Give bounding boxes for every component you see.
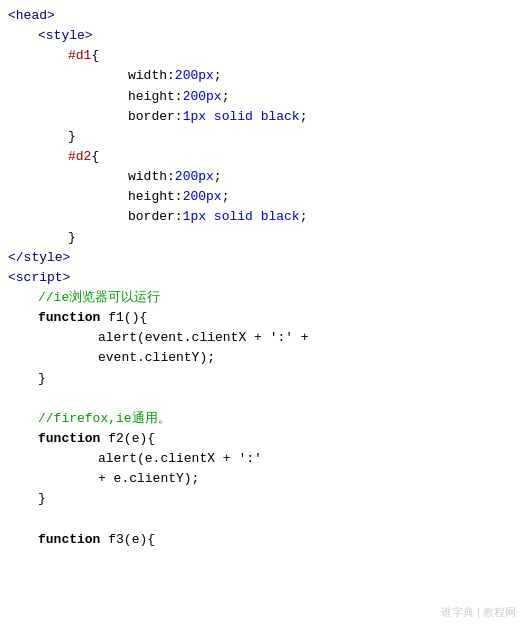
code-line: function f2(e){	[8, 429, 516, 449]
code-line: function f1(){	[8, 308, 516, 328]
code-line: }	[8, 489, 516, 509]
code-line: function f3(e){	[8, 530, 516, 550]
code-editor: <head> <style> #d1{ width:200px; height:…	[0, 0, 524, 629]
code-line: }	[8, 369, 516, 389]
code-line: #d2{	[8, 147, 516, 167]
code-line: event.clientY);	[8, 348, 516, 368]
code-content: <head> <style> #d1{ width:200px; height:…	[8, 6, 516, 550]
code-line: alert(event.clientX + ':' +	[8, 328, 516, 348]
watermark: 谁字典 | 教程网	[441, 604, 516, 621]
code-line	[8, 510, 516, 530]
code-line	[8, 389, 516, 409]
code-line: height:200px;	[8, 187, 516, 207]
code-line: <style>	[8, 26, 516, 46]
code-line: width:200px;	[8, 167, 516, 187]
code-line: alert(e.clientX + ':'	[8, 449, 516, 469]
code-line: }	[8, 127, 516, 147]
code-line: //firefox,ie通用。	[8, 409, 516, 429]
code-line: #d1{	[8, 46, 516, 66]
code-line: height:200px;	[8, 87, 516, 107]
code-line: <head>	[8, 6, 516, 26]
code-line: }	[8, 228, 516, 248]
code-line: //ie浏览器可以运行	[8, 288, 516, 308]
code-line: + e.clientY);	[8, 469, 516, 489]
code-line: width:200px;	[8, 66, 516, 86]
code-line: <script>	[8, 268, 516, 288]
code-line: </style>	[8, 248, 516, 268]
code-line: border:1px solid black;	[8, 207, 516, 227]
code-line: border:1px solid black;	[8, 107, 516, 127]
